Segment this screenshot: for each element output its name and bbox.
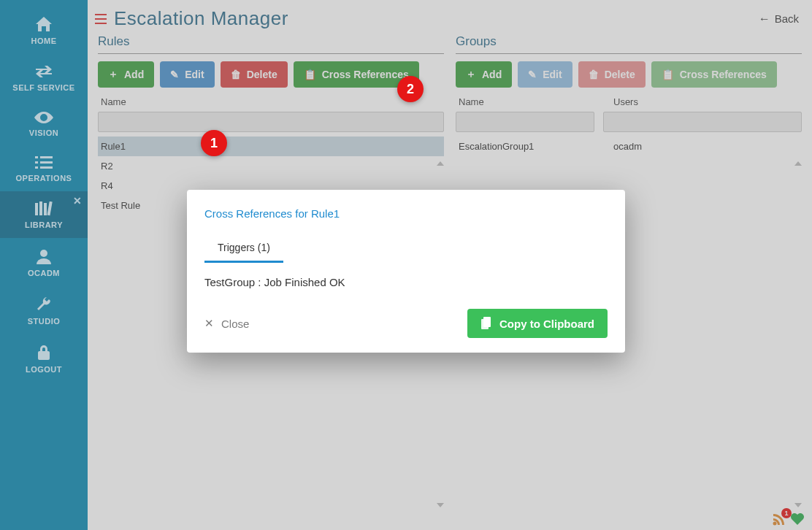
modal-title: Cross References for Rule1	[204, 207, 608, 220]
modal-close-button[interactable]: ✕ Close	[204, 317, 249, 330]
svg-rect-17	[481, 319, 489, 329]
copy-icon	[480, 317, 492, 330]
copy-clipboard-button[interactable]: Copy to Clipboard	[467, 309, 608, 338]
callout-2: 2	[397, 76, 424, 102]
modal-tab-triggers[interactable]: Triggers (1)	[204, 234, 283, 263]
modal-body: TestGroup : Job Finished OK	[204, 273, 608, 304]
callout-1: 1	[201, 130, 227, 156]
close-icon: ✕	[204, 317, 214, 330]
xref-modal: Cross References for Rule1 Triggers (1) …	[187, 190, 625, 353]
close-label: Close	[221, 318, 249, 330]
copy-label: Copy to Clipboard	[499, 318, 594, 330]
